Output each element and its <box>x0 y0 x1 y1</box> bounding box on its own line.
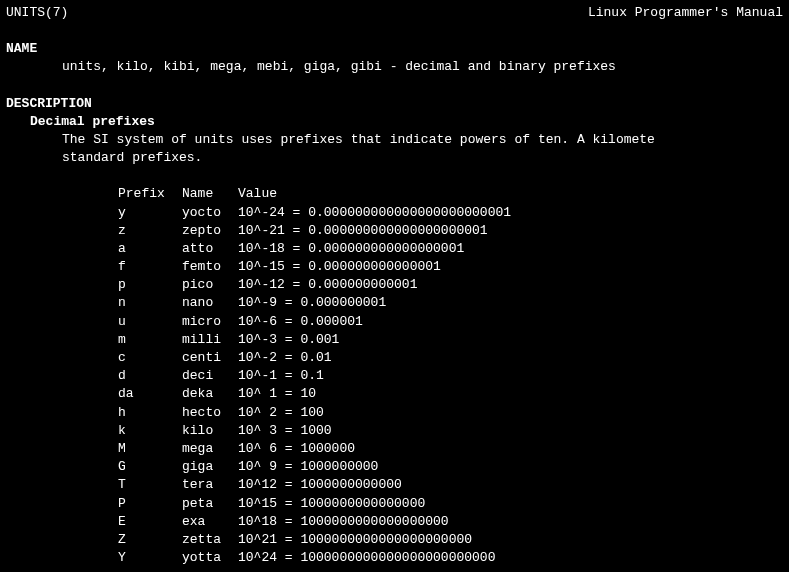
cell-value: 10^24 = 1000000000000000000000000 <box>238 549 783 567</box>
cell-name: zepto <box>182 222 238 240</box>
cell-prefix: a <box>118 240 182 258</box>
table-row: Ppeta10^15 = 1000000000000000 <box>118 495 783 513</box>
cell-name: mega <box>182 440 238 458</box>
cell-prefix: y <box>118 204 182 222</box>
cell-value: 10^-2 = 0.01 <box>238 349 783 367</box>
cell-name: centi <box>182 349 238 367</box>
cell-value: 10^12 = 1000000000000 <box>238 476 783 494</box>
cell-name: milli <box>182 331 238 349</box>
cell-value: 10^-6 = 0.000001 <box>238 313 783 331</box>
cell-prefix: Z <box>118 531 182 549</box>
table-row: yyocto10^-24 = 0.00000000000000000000000… <box>118 204 783 222</box>
cell-value: 10^ 9 = 1000000000 <box>238 458 783 476</box>
cell-prefix: G <box>118 458 182 476</box>
cell-prefix: p <box>118 276 182 294</box>
cell-prefix: n <box>118 294 182 312</box>
table-row: mmilli10^-3 = 0.001 <box>118 331 783 349</box>
header-name: Name <box>182 185 238 203</box>
cell-name: micro <box>182 313 238 331</box>
cell-prefix: z <box>118 222 182 240</box>
table-row: ppico10^-12 = 0.000000000001 <box>118 276 783 294</box>
cell-prefix: T <box>118 476 182 494</box>
cell-value: 10^21 = 1000000000000000000000 <box>238 531 783 549</box>
cell-prefix: M <box>118 440 182 458</box>
table-row: aatto10^-18 = 0.000000000000000001 <box>118 240 783 258</box>
cell-name: yotta <box>182 549 238 567</box>
cell-value: 10^ 3 = 1000 <box>238 422 783 440</box>
cell-name: femto <box>182 258 238 276</box>
cell-prefix: E <box>118 513 182 531</box>
cell-name: pico <box>182 276 238 294</box>
table-row: zzepto10^-21 = 0.000000000000000000001 <box>118 222 783 240</box>
section-name-heading: NAME <box>6 40 783 58</box>
cell-name: exa <box>182 513 238 531</box>
name-content: units, kilo, kibi, mega, mebi, giga, gib… <box>62 58 783 76</box>
page-title-right: Linux Programmer's Manual <box>588 4 783 22</box>
page-title-left: UNITS(7) <box>6 4 68 22</box>
cell-value: 10^ 1 = 10 <box>238 385 783 403</box>
cell-value: 10^-12 = 0.000000000001 <box>238 276 783 294</box>
table-row: dadeka10^ 1 = 10 <box>118 385 783 403</box>
cell-value: 10^-24 = 0.000000000000000000000001 <box>238 204 783 222</box>
cell-value: 10^15 = 1000000000000000 <box>238 495 783 513</box>
header-value: Value <box>238 185 783 203</box>
cell-prefix: Y <box>118 549 182 567</box>
cell-prefix: c <box>118 349 182 367</box>
cell-value: 10^-15 = 0.000000000000001 <box>238 258 783 276</box>
section-description-heading: DESCRIPTION <box>6 95 783 113</box>
cell-name: hecto <box>182 404 238 422</box>
cell-value: 10^-18 = 0.000000000000000001 <box>238 240 783 258</box>
table-row: hhecto10^ 2 = 100 <box>118 404 783 422</box>
table-row: Zzetta10^21 = 1000000000000000000000 <box>118 531 783 549</box>
cell-value: 10^-9 = 0.000000001 <box>238 294 783 312</box>
header-prefix: Prefix <box>118 185 182 203</box>
description-paragraph-line2: standard prefixes. <box>62 149 783 167</box>
prefix-table: Prefix Name Value yyocto10^-24 = 0.00000… <box>118 185 783 567</box>
table-row: ffemto10^-15 = 0.000000000000001 <box>118 258 783 276</box>
cell-name: kilo <box>182 422 238 440</box>
cell-name: tera <box>182 476 238 494</box>
cell-name: atto <box>182 240 238 258</box>
cell-prefix: f <box>118 258 182 276</box>
cell-name: yocto <box>182 204 238 222</box>
cell-name: peta <box>182 495 238 513</box>
table-row: Mmega10^ 6 = 1000000 <box>118 440 783 458</box>
table-row: ccenti10^-2 = 0.01 <box>118 349 783 367</box>
description-paragraph-line1: The SI system of units uses prefixes tha… <box>62 131 783 149</box>
table-row: umicro10^-6 = 0.000001 <box>118 313 783 331</box>
cell-name: giga <box>182 458 238 476</box>
table-row: Eexa10^18 = 1000000000000000000 <box>118 513 783 531</box>
cell-prefix: m <box>118 331 182 349</box>
table-row: ddeci10^-1 = 0.1 <box>118 367 783 385</box>
cell-prefix: da <box>118 385 182 403</box>
table-row: Ggiga10^ 9 = 1000000000 <box>118 458 783 476</box>
cell-value: 10^18 = 1000000000000000000 <box>238 513 783 531</box>
cell-value: 10^ 6 = 1000000 <box>238 440 783 458</box>
cell-name: deci <box>182 367 238 385</box>
cell-value: 10^-3 = 0.001 <box>238 331 783 349</box>
table-row: Ttera10^12 = 1000000000000 <box>118 476 783 494</box>
cell-name: deka <box>182 385 238 403</box>
cell-value: 10^ 2 = 100 <box>238 404 783 422</box>
cell-name: zetta <box>182 531 238 549</box>
cell-prefix: u <box>118 313 182 331</box>
cell-value: 10^-21 = 0.000000000000000000001 <box>238 222 783 240</box>
table-row: kkilo10^ 3 = 1000 <box>118 422 783 440</box>
table-row: nnano10^-9 = 0.000000001 <box>118 294 783 312</box>
cell-prefix: P <box>118 495 182 513</box>
subsection-decimal-prefixes: Decimal prefixes <box>30 113 783 131</box>
cell-value: 10^-1 = 0.1 <box>238 367 783 385</box>
cell-prefix: k <box>118 422 182 440</box>
man-page-header: UNITS(7) Linux Programmer's Manual <box>6 4 783 22</box>
cell-name: nano <box>182 294 238 312</box>
cell-prefix: h <box>118 404 182 422</box>
table-row: Yyotta10^24 = 1000000000000000000000000 <box>118 549 783 567</box>
cell-prefix: d <box>118 367 182 385</box>
table-header-row: Prefix Name Value <box>118 185 783 203</box>
table-body: yyocto10^-24 = 0.00000000000000000000000… <box>118 204 783 568</box>
